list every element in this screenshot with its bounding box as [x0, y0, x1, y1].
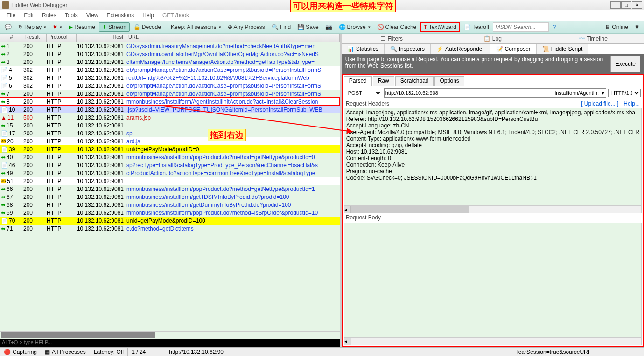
quickexec-box[interactable]: ALT+Q > type HELP... — [0, 339, 340, 347]
tab-autoresponder[interactable]: ⚡ AutoResponder — [431, 44, 490, 54]
session-row[interactable]: JS 51200HTTP10.132.10.62:9081 — [0, 177, 340, 185]
session-row[interactable]: 📄 46200HTTP10.132.10.62:9081sp?recType=I… — [0, 161, 340, 169]
composer-info-text: Use this page to compose a Request. You … — [345, 56, 610, 72]
headers-scrollbar[interactable]: ◂ — [344, 206, 642, 213]
upload-file-link[interactable]: [ Upload file... ] — [581, 100, 618, 107]
request-headers-label: Request Headers — [346, 100, 389, 107]
session-row[interactable]: ⬌ 1200HTTP10.132.10.62:9081GD/sysadmin/t… — [0, 42, 340, 50]
resume-button[interactable]: ▶ Resume — [66, 23, 98, 31]
session-row[interactable]: ⬌ 69200HTTP10.132.10.62:9081mmonbusiness… — [0, 209, 340, 217]
minimize-button[interactable]: _ — [610, 1, 621, 9]
app-icon — [2, 1, 9, 9]
help-icon[interactable]: ? — [550, 23, 559, 31]
tearoff-button[interactable]: 📄 Tearoff — [461, 23, 492, 31]
session-row[interactable]: 📄 4302HTTP10.132.10.62:9081eb/promptMana… — [0, 66, 340, 74]
http-version-select[interactable]: HTTP/1.1 — [608, 89, 641, 97]
any-process-button[interactable]: ⊕ Any Process — [225, 23, 268, 31]
scrollbar-horizontal[interactable] — [1, 332, 155, 338]
sessions-panel: # Result Protocol Host URL ⬌ 1200HTTP10.… — [0, 34, 342, 347]
maximize-button[interactable]: □ — [621, 1, 631, 9]
col-header-num[interactable]: # — [0, 34, 23, 42]
body-scrollbar[interactable]: ◂ — [344, 338, 642, 345]
sessions-grid-header: # Result Protocol Host URL — [0, 34, 340, 42]
session-row[interactable]: 📄 70200HTTP10.132.10.62:9081unId=getPayM… — [0, 217, 340, 225]
http-method-select[interactable]: POST — [345, 89, 382, 97]
subtab-options[interactable]: Options — [434, 76, 464, 86]
session-row[interactable]: 📄 6302HTTP10.132.10.62:9081eb/promptMana… — [0, 82, 340, 90]
session-row[interactable]: ⬌ 71200HTTP10.132.10.62:9081e.do?method=… — [0, 225, 340, 232]
menu-rules[interactable]: Rules — [38, 11, 60, 20]
session-row[interactable]: 📄 17200HTTP10.132.10.62:9081sp — [0, 129, 340, 137]
menu-tools[interactable]: Tools — [61, 11, 82, 20]
clear-cache-button[interactable]: 🚫 Clear Cache — [374, 23, 420, 31]
session-row[interactable]: ⬌ 66200HTTP10.132.10.62:9081mmonbusiness… — [0, 185, 340, 193]
status-url: http://10.132.10.62:90 — [165, 348, 513, 356]
col-header-url[interactable]: URL — [126, 34, 340, 42]
comment-button[interactable]: 💬 — [2, 23, 14, 31]
tab-statistics[interactable]: 📊 Statistics — [342, 44, 385, 54]
session-row[interactable]: ⬌ 2200HTTP10.132.10.62:9081GD/sysadmin/o… — [0, 50, 340, 58]
sessions-grid-body[interactable]: ⬌ 1200HTTP10.132.10.62:9081GD/sysadmin/t… — [0, 42, 340, 331]
subtab-parsed[interactable]: Parsed — [344, 76, 372, 86]
capturing-indicator[interactable]: 🔴 Capturing — [0, 348, 41, 356]
session-row[interactable]: ⬌ 67200HTTP10.132.10.62:9081mmonbusiness… — [0, 193, 340, 201]
tab-fiddlerscript[interactable]: 📜 FiddlerScript — [537, 44, 588, 54]
subtab-scratchpad[interactable]: Scratchpad — [395, 76, 434, 86]
menu-help[interactable]: Help — [139, 11, 158, 20]
col-header-result[interactable]: Result — [23, 34, 47, 42]
replay-button[interactable]: ↻ Replay — [15, 23, 49, 31]
all-processes-indicator[interactable]: ▦ All Processes — [41, 348, 90, 356]
keep-sessions-button[interactable]: Keep: All sessions — [168, 23, 224, 31]
url-dropdown-icon[interactable]: ▾ — [600, 90, 606, 96]
composer-area: Parsed Raw Scratchpad Options POST insta… — [342, 74, 644, 347]
find-button[interactable]: 🔍 Find — [269, 23, 294, 31]
save-button[interactable]: 💾 Save — [294, 23, 321, 31]
tab-filters[interactable]: ☐ Filters — [342, 34, 442, 43]
close-button[interactable]: ✕ — [632, 1, 642, 9]
url-suffix: installform/AgentIn: — [555, 90, 600, 96]
statusbar: 🔴 Capturing ▦ All Processes Latency: Off… — [0, 347, 644, 356]
remove-button[interactable]: ✖ — [50, 23, 65, 31]
col-header-protocol[interactable]: Protocol — [47, 34, 77, 42]
online-indicator[interactable]: 🖥 Online — [602, 23, 631, 31]
stream-button[interactable]: ⬇ Stream — [99, 22, 130, 32]
screenshot-button[interactable]: 📷 — [322, 23, 335, 31]
col-header-host[interactable]: Host — [77, 34, 126, 42]
decode-button[interactable]: 🔓 Decode — [131, 23, 164, 31]
latency-indicator[interactable]: Latency: Off — [90, 348, 128, 356]
browse-button[interactable]: 🌐 Browse — [336, 23, 373, 31]
session-row[interactable]: ⬌ 15200HTTP10.132.10.62:9081 — [0, 121, 340, 129]
session-row[interactable]: 📄 39200HTTP10.132.10.62:9081unId=getPayM… — [0, 145, 340, 153]
request-headers-box[interactable]: Accept: image/jpeg, application/x-ms-app… — [344, 108, 642, 206]
menu-extensions[interactable]: Extensions — [103, 11, 138, 20]
help-link[interactable]: Help... — [623, 100, 640, 107]
session-row[interactable]: 📄 10200HTTP10.132.10.62:9081.jsp?useId=V… — [0, 106, 340, 113]
text-wizard-button[interactable]: T TextWizard — [420, 22, 460, 32]
annotation-top: 可以用来构造一些特殊字符 — [290, 0, 396, 12]
session-row[interactable]: ⬌ 68200HTTP10.132.10.62:9081mmonbusiness… — [0, 201, 340, 209]
menu-view[interactable]: View — [83, 11, 102, 20]
session-row[interactable]: ⬌ 8200HTTP10.132.10.62:9081mmonbusiness/… — [0, 98, 340, 106]
menu-edit[interactable]: Edit — [20, 11, 37, 20]
url-input[interactable] — [385, 90, 464, 96]
tab-inspectors[interactable]: 🔍 Inspectors — [385, 44, 431, 54]
tab-timeline[interactable]: 〰 Timeline — [543, 34, 644, 43]
subtab-raw[interactable]: Raw — [373, 76, 394, 86]
session-row[interactable]: ⬌ 49200HTTP10.132.10.62:9081ctProductAct… — [0, 169, 340, 177]
session-row[interactable]: ⬌ 3200HTTP10.132.10.62:9081cItemManager/… — [0, 58, 340, 66]
menu-file[interactable]: File — [3, 11, 19, 20]
right-panel: ☐ Filters 📋 Log 〰 Timeline 📊 Statistics … — [342, 34, 644, 347]
tab-composer[interactable]: 📝 Composer — [490, 44, 537, 54]
session-row[interactable]: ▲ 11500HTTP10.132.10.62:9081arams.jsp — [0, 113, 340, 121]
session-row[interactable]: 📄 5302HTTP10.132.10.62:9081rectUrl=http%… — [0, 74, 340, 82]
msdn-search-input[interactable] — [493, 22, 549, 32]
toolbar: 💬 ↻ Replay ✖ ▶ Resume ⬇ Stream 🔓 Decode … — [0, 21, 644, 34]
menu-getbook[interactable]: GET /book — [159, 11, 193, 20]
session-row[interactable]: ⬌ 7200HTTP10.132.10.62:9081eb/promptMana… — [0, 90, 340, 98]
request-body-box[interactable] — [344, 223, 642, 338]
close-toolbar-button[interactable]: ✖ — [632, 23, 642, 31]
session-row[interactable]: ⬌ 40200HTTP10.132.10.62:9081mmonbusiness… — [0, 153, 340, 161]
session-row[interactable]: JS 20200HTTP10.132.10.62:9081ard.js — [0, 137, 340, 145]
tab-log[interactable]: 📋 Log — [442, 34, 543, 43]
execute-button[interactable]: Execute — [610, 56, 640, 72]
